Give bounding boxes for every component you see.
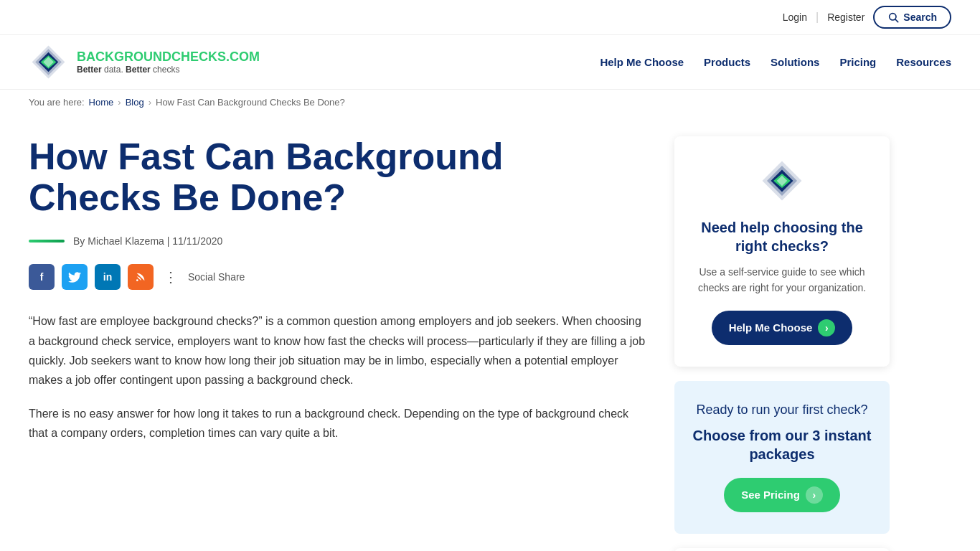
sidebar-card3: Get your report instantly [674, 548, 890, 551]
sidebar-diamond-icon [759, 158, 805, 204]
sidebar-card-help: Need help choosing the right checks? Use… [674, 136, 890, 367]
tagline-better1: Better [77, 65, 102, 75]
nav-resources[interactable]: Resources [896, 56, 951, 68]
nav-help-me-choose[interactable]: Help Me Choose [600, 56, 684, 68]
brand-name: BACKGROUNDCHECKS.COM [77, 50, 260, 65]
logo-text: BACKGROUNDCHECKS.COM Better data. Better… [77, 50, 260, 75]
sidebar-card2-ready: Ready to run your first check? [692, 402, 872, 418]
twitter-share-button[interactable] [62, 264, 88, 290]
login-link[interactable]: Login [783, 11, 807, 23]
sidebar-card2-heading: Choose from our 3 instant packages [692, 426, 872, 463]
brand-part1: BACKGROUND [77, 50, 171, 64]
breadcrumb-current: How Fast Can Background Checks Be Done? [156, 97, 345, 108]
article: How Fast Can Background Checks Be Done? … [29, 136, 646, 551]
linkedin-share-button[interactable]: in [95, 264, 121, 290]
sidebar-card1-body: Use a self-service guide to see which ch… [692, 264, 872, 296]
breadcrumb-prefix: You are here: [29, 97, 85, 108]
chevron-icon-2: › [149, 97, 151, 108]
logo-area: BACKGROUNDCHECKS.COM Better data. Better… [29, 42, 260, 82]
nav-products[interactable]: Products [704, 56, 750, 68]
nav-solutions[interactable]: Solutions [771, 56, 819, 68]
twitter-icon [68, 272, 81, 283]
brand-part2: CHECKS.COM [171, 50, 260, 64]
search-icon [887, 11, 899, 23]
help-me-choose-label: Help Me Choose [729, 321, 813, 334]
article-meta: By Michael Klazema | 11/11/2020 [29, 235, 646, 247]
sidebar: Need help choosing the right checks? Use… [674, 136, 890, 551]
article-meta-text: By Michael Klazema | 11/11/2020 [73, 235, 222, 247]
article-paragraph-1: “How fast are employee background checks… [29, 311, 646, 390]
tagline: Better data. Better checks [77, 65, 260, 75]
logo-icon [29, 42, 68, 82]
sidebar-card1-heading: Need help choosing the right checks? [692, 218, 872, 255]
main-nav: Help Me Choose Products Solutions Pricin… [600, 56, 951, 68]
breadcrumb-blog[interactable]: Blog [126, 97, 144, 108]
svg-point-7 [136, 280, 138, 282]
breadcrumb: You are here: Home › Blog › How Fast Can… [0, 90, 980, 115]
register-link[interactable]: Register [827, 11, 864, 23]
tagline-better2: Better [126, 65, 151, 75]
header: BACKGROUNDCHECKS.COM Better data. Better… [0, 35, 980, 90]
social-share: f in ⋮ Social Share [29, 264, 646, 290]
sidebar-card-pricing: Ready to run your first check? Choose fr… [674, 381, 890, 534]
meta-line [29, 240, 65, 242]
search-label: Search [903, 11, 937, 23]
help-me-choose-arrow-icon: › [818, 319, 835, 336]
see-pricing-arrow-icon: › [806, 486, 823, 504]
see-pricing-button[interactable]: See Pricing › [724, 478, 840, 512]
article-paragraph-2: There is no easy answer for how long it … [29, 404, 646, 443]
see-pricing-label: See Pricing [741, 489, 800, 501]
separator: | [816, 11, 819, 24]
facebook-share-button[interactable]: f [29, 264, 55, 290]
tagline-checks: checks [151, 65, 180, 75]
tagline-data: data. [102, 65, 126, 75]
search-button[interactable]: Search [873, 6, 951, 29]
rss-icon [135, 271, 146, 283]
article-title: How Fast Can Background Checks Be Done? [29, 136, 646, 218]
article-body: “How fast are employee background checks… [29, 311, 646, 443]
rss-share-button[interactable] [128, 264, 154, 290]
chevron-icon: › [118, 97, 121, 108]
nav-pricing[interactable]: Pricing [839, 56, 876, 68]
top-bar: Login | Register Search [0, 0, 980, 35]
breadcrumb-home[interactable]: Home [89, 97, 114, 108]
main-content: How Fast Can Background Checks Be Done? … [0, 115, 980, 551]
social-share-label: Social Share [188, 271, 245, 283]
help-me-choose-button[interactable]: Help Me Choose › [712, 311, 853, 345]
svg-line-1 [895, 19, 898, 22]
more-options-button[interactable]: ⋮ [161, 267, 181, 287]
